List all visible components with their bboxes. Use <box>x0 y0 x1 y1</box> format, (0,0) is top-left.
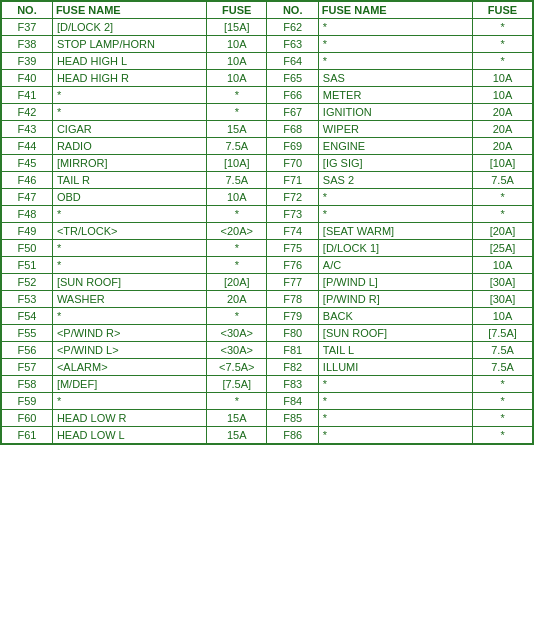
fuse-value-cell: 10A <box>207 70 267 87</box>
table-row: F45[MIRROR][10A]F70[IG SIG][10A] <box>1 155 533 172</box>
fuse-name-cell: * <box>318 36 472 53</box>
fuse-value-cell: [20A] <box>473 223 533 240</box>
fuse-name-cell: HEAD LOW L <box>52 427 206 445</box>
header-fuse-name-right: FUSE NAME <box>318 1 472 19</box>
table-row: F44RADIO7.5AF69ENGINE20A <box>1 138 533 155</box>
fuse-no-cell: F45 <box>1 155 52 172</box>
fuse-no-cell: F73 <box>267 206 318 223</box>
fuse-name-cell: ENGINE <box>318 138 472 155</box>
header-fuse-name-left: FUSE NAME <box>52 1 206 19</box>
fuse-no-cell: F42 <box>1 104 52 121</box>
fuse-name-cell: HEAD LOW R <box>52 410 206 427</box>
fuse-name-cell: A/C <box>318 257 472 274</box>
fuse-no-cell: F83 <box>267 376 318 393</box>
table-row: F54**F79BACK10A <box>1 308 533 325</box>
fuse-value-cell: 20A <box>473 121 533 138</box>
table-row: F40HEAD HIGH R10AF65SAS10A <box>1 70 533 87</box>
fuse-name-cell: <ALARM> <box>52 359 206 376</box>
table-row: F59**F84** <box>1 393 533 410</box>
fuse-name-cell: * <box>52 104 206 121</box>
fuse-name-cell: STOP LAMP/HORN <box>52 36 206 53</box>
fuse-name-cell: [P/WIND R] <box>318 291 472 308</box>
fuse-value-cell: * <box>473 393 533 410</box>
fuse-name-cell: * <box>52 206 206 223</box>
table-row: F37[D/LOCK 2][15A]F62** <box>1 19 533 36</box>
fuse-value-cell: * <box>207 206 267 223</box>
fuse-value-cell: * <box>473 427 533 445</box>
fuse-name-cell: * <box>318 376 472 393</box>
fuse-no-cell: F65 <box>267 70 318 87</box>
fuse-name-cell: <P/WIND R> <box>52 325 206 342</box>
fuse-value-cell: * <box>473 53 533 70</box>
fuse-value-cell: 10A <box>473 308 533 325</box>
fuse-value-cell: <30A> <box>207 342 267 359</box>
table-row: F43CIGAR15AF68WIPER20A <box>1 121 533 138</box>
fuse-no-cell: F52 <box>1 274 52 291</box>
fuse-name-cell: [SUN ROOF] <box>52 274 206 291</box>
fuse-value-cell: <20A> <box>207 223 267 240</box>
fuse-value-cell: [10A] <box>207 155 267 172</box>
fuse-no-cell: F84 <box>267 393 318 410</box>
fuse-name-cell: TAIL R <box>52 172 206 189</box>
fuse-value-cell: [30A] <box>473 274 533 291</box>
header-fuse-right: FUSE <box>473 1 533 19</box>
fuse-value-cell: * <box>473 19 533 36</box>
header-row: NO. FUSE NAME FUSE NO. FUSE NAME FUSE <box>1 1 533 19</box>
fuse-no-cell: F47 <box>1 189 52 206</box>
fuse-value-cell: 15A <box>207 410 267 427</box>
fuse-no-cell: F72 <box>267 189 318 206</box>
table-row: F48**F73** <box>1 206 533 223</box>
table-row: F51**F76A/C10A <box>1 257 533 274</box>
fuse-no-cell: F77 <box>267 274 318 291</box>
fuse-value-cell: * <box>207 104 267 121</box>
fuse-name-cell: ILLUMI <box>318 359 472 376</box>
header-no-right: NO. <box>267 1 318 19</box>
fuse-name-cell: RADIO <box>52 138 206 155</box>
fuse-no-cell: F68 <box>267 121 318 138</box>
fuse-no-cell: F59 <box>1 393 52 410</box>
fuse-name-cell: * <box>318 189 472 206</box>
fuse-no-cell: F51 <box>1 257 52 274</box>
fuse-no-cell: F85 <box>267 410 318 427</box>
fuse-name-cell: * <box>318 206 472 223</box>
fuse-no-cell: F80 <box>267 325 318 342</box>
table-row: F41**F66METER10A <box>1 87 533 104</box>
fuse-name-cell: [SUN ROOF] <box>318 325 472 342</box>
fuse-no-cell: F66 <box>267 87 318 104</box>
table-row: F46TAIL R7.5AF71SAS 27.5A <box>1 172 533 189</box>
header-fuse-left: FUSE <box>207 1 267 19</box>
fuse-no-cell: F49 <box>1 223 52 240</box>
fuse-name-cell: SAS <box>318 70 472 87</box>
fuse-value-cell: 10A <box>207 189 267 206</box>
fuse-no-cell: F50 <box>1 240 52 257</box>
table-row: F42**F67IGNITION20A <box>1 104 533 121</box>
fuse-no-cell: F41 <box>1 87 52 104</box>
table-row: F53WASHER20AF78[P/WIND R][30A] <box>1 291 533 308</box>
fuse-no-cell: F64 <box>267 53 318 70</box>
fuse-name-cell: * <box>318 53 472 70</box>
fuse-value-cell: <7.5A> <box>207 359 267 376</box>
fuse-value-cell: * <box>473 189 533 206</box>
fuse-value-cell: 10A <box>473 257 533 274</box>
fuse-value-cell: 20A <box>473 138 533 155</box>
fuse-no-cell: F82 <box>267 359 318 376</box>
fuse-value-cell: * <box>207 257 267 274</box>
table-row: F50**F75[D/LOCK 1][25A] <box>1 240 533 257</box>
fuse-no-cell: F55 <box>1 325 52 342</box>
fuse-no-cell: F63 <box>267 36 318 53</box>
fuse-value-cell: 7.5A <box>207 172 267 189</box>
fuse-no-cell: F39 <box>1 53 52 70</box>
fuse-name-cell: HEAD HIGH L <box>52 53 206 70</box>
fuse-no-cell: F60 <box>1 410 52 427</box>
fuse-value-cell: 10A <box>207 53 267 70</box>
fuse-name-cell: CIGAR <box>52 121 206 138</box>
fuse-value-cell: 15A <box>207 121 267 138</box>
table-row: F52[SUN ROOF][20A]F77[P/WIND L][30A] <box>1 274 533 291</box>
fuse-name-cell: * <box>318 410 472 427</box>
fuse-name-cell: BACK <box>318 308 472 325</box>
fuse-no-cell: F71 <box>267 172 318 189</box>
fuse-name-cell: [SEAT WARM] <box>318 223 472 240</box>
fuse-value-cell: * <box>473 376 533 393</box>
fuse-name-cell: [P/WIND L] <box>318 274 472 291</box>
fuse-name-cell: * <box>52 240 206 257</box>
